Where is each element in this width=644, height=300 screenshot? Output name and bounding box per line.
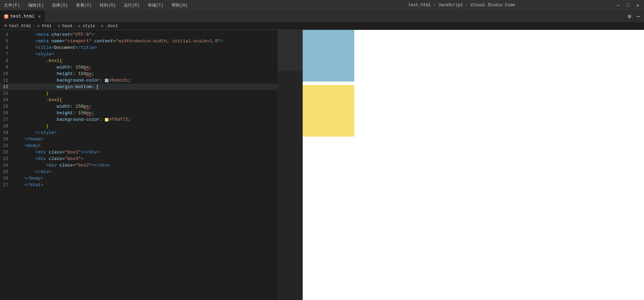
preview-box1	[303, 30, 354, 82]
breadcrumb-separator-3: ›	[74, 24, 76, 28]
line-number: 25	[0, 169, 14, 175]
html-tag-icon: ⊡	[36, 24, 40, 28]
more-actions-icon[interactable]: ⋯	[635, 12, 641, 21]
code-line[interactable]: 18 }	[0, 123, 302, 129]
line-number: 5	[0, 38, 14, 44]
code-line[interactable]: 7 <style>	[0, 51, 302, 57]
main-area: 4 <meta charset="UTF-8">5 <meta name="vi…	[0, 30, 644, 300]
tab-bar-right-controls: ⊞ ⋯	[626, 12, 641, 21]
tab-label: test.html	[10, 14, 34, 19]
code-line[interactable]: 16 height: 150px;	[0, 110, 302, 116]
breadcrumb-html[interactable]: ⊡ html	[36, 24, 52, 29]
window-control-button[interactable]: —	[615, 2, 622, 8]
code-line[interactable]: 8 .box1{	[0, 57, 302, 64]
code-editor[interactable]: 4 <meta charset="UTF-8">5 <meta name="vi…	[0, 30, 303, 300]
code-line[interactable]: 5 <meta name="viewport" content="width=d…	[0, 38, 302, 44]
line-number: 18	[0, 123, 14, 129]
line-content: .box2{	[14, 97, 302, 103]
code-line[interactable]: 22 <div class="box1"></div>	[0, 149, 302, 156]
menu-item[interactable]: 终端(T)	[147, 2, 165, 9]
menu-item[interactable]: 选择(S)	[51, 2, 69, 9]
code-line[interactable]: 4 <meta charset="UTF-8">	[0, 31, 302, 38]
window-controls[interactable]: —□✕	[615, 2, 641, 8]
window-title: test.html - JavaScript - Visual Studio C…	[309, 3, 614, 8]
line-number: 13	[0, 90, 14, 97]
tab-close-button[interactable]: ✕	[38, 13, 41, 19]
line-content: <style>	[14, 51, 302, 57]
breadcrumb-separator-2: ›	[53, 24, 55, 28]
line-content: <meta charset="UTF-8">	[14, 31, 302, 38]
code-lines: 4 <meta charset="UTF-8">5 <meta name="vi…	[0, 30, 302, 188]
breadcrumb-box1-label: .box1	[106, 24, 118, 29]
code-line[interactable]: 27 </html>	[0, 182, 302, 188]
window-control-button[interactable]: □	[624, 2, 631, 8]
code-line[interactable]: 14 .box2{	[0, 97, 302, 103]
breadcrumb-style-label: style	[83, 24, 95, 29]
code-line[interactable]: 17 background-color: #f8df72;	[0, 116, 302, 123]
line-number: 26	[0, 175, 14, 182]
code-line[interactable]: 23 <div class="box3">	[0, 156, 302, 162]
title-bar: 文件(F)编辑(E)选择(S)查看(V)转到(G)运行(R)终端(T)帮助(H)…	[0, 0, 644, 10]
code-line[interactable]: 24 <div class="box2"></div>	[0, 162, 302, 169]
line-content: <div class="box1"></div>	[14, 149, 302, 156]
breadcrumb-box1[interactable]: ⊡ .box1	[100, 24, 118, 29]
line-content: width: 150px;	[14, 103, 302, 110]
line-content: background-color: #f8df72;	[14, 116, 302, 123]
code-line[interactable]: 20 </head>	[0, 136, 302, 142]
code-line[interactable]: 15 width: 150px;	[0, 103, 302, 110]
line-content: </html>	[14, 182, 302, 188]
menu-item[interactable]: 帮助(H)	[170, 2, 189, 9]
minimap-viewport	[278, 30, 302, 71]
line-content: <div class="box2"></div>	[14, 162, 302, 169]
line-number: 24	[0, 162, 14, 169]
line-number: 22	[0, 149, 14, 156]
menu-item[interactable]: 转到(G)	[98, 2, 117, 9]
code-line[interactable]: 26 </body>	[0, 175, 302, 182]
menu-item[interactable]: 查看(V)	[75, 2, 93, 9]
line-content: height: 150px;	[14, 110, 302, 116]
code-line[interactable]: 12 margin-bottom:	[0, 84, 302, 90]
style-icon: ⊡	[77, 24, 81, 28]
code-line[interactable]: 9 width: 150px;	[0, 64, 302, 71]
code-line[interactable]: 6 <title>Document</title>	[0, 44, 302, 51]
preview-box2	[303, 85, 354, 137]
line-content: margin-bottom:	[14, 84, 302, 90]
breadcrumb: H test.html › ⊡ html › ⊡ head › ⊡ style …	[0, 22, 644, 30]
line-number: 9	[0, 64, 14, 71]
code-line[interactable]: 11 background-color: #8abcd1;	[0, 77, 302, 84]
code-line[interactable]: 19 </style>	[0, 129, 302, 136]
split-editor-icon[interactable]: ⊞	[626, 12, 633, 21]
window-control-button[interactable]: ✕	[634, 2, 641, 8]
line-number: 11	[0, 77, 14, 84]
line-number: 12	[0, 84, 14, 90]
line-content: .box1{	[14, 57, 302, 64]
breadcrumb-separator-1: ›	[33, 24, 35, 28]
breadcrumb-separator-4: ›	[96, 24, 99, 28]
code-line[interactable]: 25 </div>	[0, 169, 302, 175]
breadcrumb-head[interactable]: ⊡ head	[57, 24, 72, 29]
breadcrumb-file[interactable]: H test.html	[3, 24, 31, 29]
menu-item[interactable]: 编辑(E)	[27, 2, 45, 9]
line-content: width: 150px;	[14, 64, 302, 71]
html-icon: H	[3, 24, 8, 28]
breadcrumb-style[interactable]: ⊡ style	[77, 24, 95, 29]
menu-bar[interactable]: 文件(F)编辑(E)选择(S)查看(V)转到(G)运行(R)终端(T)帮助(H)	[3, 2, 309, 9]
line-content: <title>Document</title>	[14, 44, 302, 51]
line-content: </style>	[14, 129, 302, 136]
line-number: 17	[0, 116, 14, 123]
code-line[interactable]: 13 }	[0, 90, 302, 97]
line-content: height: 150px;	[14, 71, 302, 77]
line-content: }	[14, 90, 302, 97]
line-number: 10	[0, 71, 14, 77]
text-cursor	[97, 85, 98, 89]
menu-item[interactable]: 文件(F)	[3, 2, 21, 9]
box1-icon: ⊡	[100, 24, 104, 28]
code-line[interactable]: 21 <body>	[0, 142, 302, 149]
tab-bar: H test.html ✕ ⊞ ⋯	[0, 10, 644, 22]
line-content: background-color: #8abcd1;	[14, 77, 302, 84]
menu-item[interactable]: 运行(R)	[122, 2, 141, 9]
breadcrumb-head-label: head	[62, 24, 72, 29]
tab-test-html[interactable]: H test.html ✕	[0, 10, 45, 22]
code-line[interactable]: 10 height: 150px;	[0, 71, 302, 77]
line-number: 23	[0, 156, 14, 162]
